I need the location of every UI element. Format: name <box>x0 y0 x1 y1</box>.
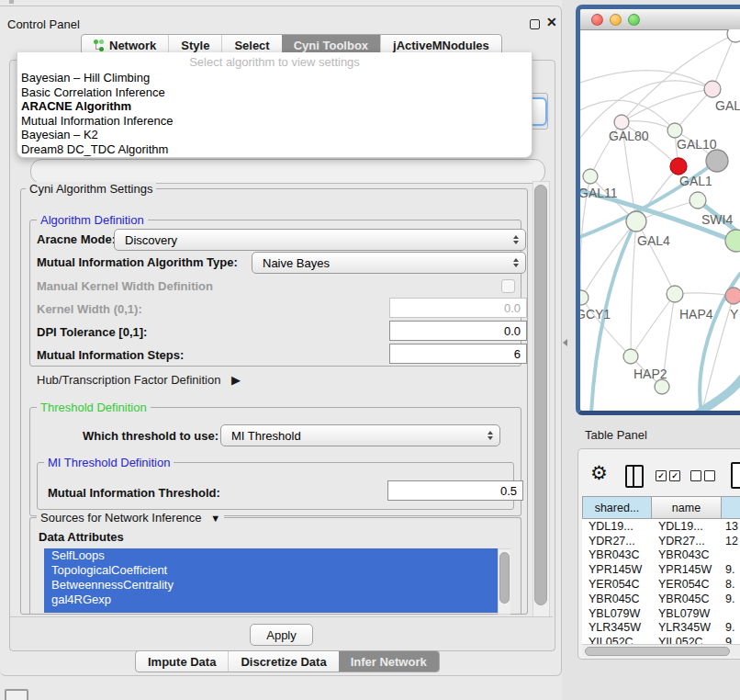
settings-scrollbar[interactable] <box>533 181 550 617</box>
column-header[interactable]: name <box>652 496 722 519</box>
mi-type-select[interactable]: Naive Bayes <box>252 252 526 274</box>
network-node[interactable] <box>690 192 706 209</box>
table-row[interactable]: YIL052CYIL052C9 <box>582 635 740 644</box>
algorithm-option[interactable]: Dream8 DC_TDC Algorithm <box>17 142 532 157</box>
data-attribute-item[interactable]: SelfLoops <box>44 548 510 563</box>
data-attributes-list[interactable]: SelfLoopsTopologicalCoefficientBetweenne… <box>44 548 510 613</box>
network-node[interactable] <box>706 150 728 172</box>
which-threshold-select[interactable]: MI Threshold <box>220 424 500 446</box>
network-node[interactable] <box>704 81 721 97</box>
gear-icon[interactable]: ⚙ <box>590 462 608 484</box>
network-node[interactable] <box>623 349 638 364</box>
hub-section-toggle[interactable]: Hub/Transcription Factor Definition ▶ <box>37 373 241 387</box>
manual-kernel-checkbox[interactable] <box>501 279 515 293</box>
table-row[interactable]: YDR27...YDR27...12 <box>582 534 740 548</box>
float-panel-icon[interactable] <box>530 19 540 29</box>
mi-threshold-field[interactable]: 0.5 <box>387 480 523 501</box>
table-cell: YPR145W <box>652 563 722 576</box>
apply-button[interactable]: Apply <box>250 624 313 646</box>
tab-label: Impute Data <box>148 655 216 669</box>
network-node-label: GAL <box>715 98 740 113</box>
network-node[interactable] <box>725 230 740 252</box>
dock-corner-icon[interactable] <box>5 689 28 700</box>
network-node-label: GAL4 <box>637 233 670 248</box>
kernel-width-field[interactable]: 0.0 <box>389 298 527 318</box>
panel-divider-handle[interactable] <box>563 339 567 346</box>
tab-label: Discretize Data <box>241 655 326 669</box>
network-node[interactable] <box>614 115 629 130</box>
network-node[interactable] <box>727 29 740 42</box>
kernel-width-label: Kernel Width (0,1): <box>37 302 142 316</box>
network-canvas[interactable]: GALGAL80GAL10GAL1GAL11SWI4GAL4GCY1HAP4YH… <box>580 29 740 411</box>
network-node[interactable] <box>655 379 669 394</box>
aracne-mode-select[interactable]: Discovery <box>114 229 526 251</box>
data-attribute-item[interactable]: gal4RGexp <box>44 593 510 607</box>
checked-checkbox-icon[interactable]: ✓ <box>669 470 680 481</box>
network-node[interactable] <box>667 123 682 138</box>
minimize-traffic-light-icon[interactable] <box>610 14 622 26</box>
table-cell: YBL079W <box>582 607 652 620</box>
network-selector-fragment[interactable] <box>30 159 545 184</box>
dpi-tolerance-field[interactable]: 0.0 <box>389 321 527 341</box>
unchecked-checkbox-icon[interactable] <box>690 470 701 481</box>
dpi-tolerance-label: DPI Tolerance [0,1]: <box>37 325 147 339</box>
algorithm-option[interactable]: Bayesian – K2 <box>17 128 532 142</box>
table-row[interactable]: YBL079WYBL079W <box>582 606 740 621</box>
spinner-arrows-icon <box>513 258 519 267</box>
algorithm-option[interactable]: Mutual Information Inference <box>17 114 532 129</box>
close-icon[interactable]: ✕ <box>546 15 557 29</box>
network-node-label: HAP4 <box>679 307 713 322</box>
apply-button-label: Apply <box>266 628 297 642</box>
table-row[interactable]: YPR145WYPR145W9. <box>582 562 740 577</box>
tab-impute-data[interactable]: Impute Data <box>136 651 228 672</box>
tab-label: Cyni Toolbox <box>294 39 368 52</box>
group-title: Cyni Algorithm Settings <box>26 182 156 196</box>
network-node[interactable] <box>580 290 589 305</box>
table-row[interactable]: YDL19...YDL19...13 <box>582 519 740 534</box>
data-attribute-item[interactable]: TopologicalCoefficient <box>44 563 510 578</box>
tab-infer-network[interactable]: Infer Network <box>339 651 439 672</box>
table-row[interactable]: YBR045CYBR045C9. <box>582 592 740 606</box>
scrollbar-thumb[interactable] <box>534 185 547 605</box>
tab-label: Select <box>234 39 269 52</box>
split-columns-icon[interactable] <box>625 465 644 488</box>
mi-steps-field[interactable]: 6 <box>389 344 527 364</box>
scrollbar-thumb[interactable] <box>499 552 510 604</box>
table-body: YDL19...YDL19...13YDR27...YDR27...12YBR0… <box>582 519 740 644</box>
table-horizontal-scrollbar[interactable] <box>582 644 740 657</box>
column-header[interactable] <box>722 496 740 519</box>
network-node[interactable] <box>670 158 687 175</box>
table-row[interactable]: YER054CYER054C8. <box>582 577 740 592</box>
dropdown-placeholder: Select algorithm to view settings <box>17 52 532 71</box>
zoom-traffic-light-icon[interactable] <box>628 14 640 26</box>
unchecked-checkbox-icon[interactable] <box>704 470 715 481</box>
checked-checkbox-icon[interactable]: ✓ <box>656 470 667 481</box>
algorithm-option[interactable]: Bayesian – Hill Climbing <box>17 71 532 85</box>
data-attribute-item[interactable]: BetweennessCentrality <box>44 578 510 593</box>
column-header[interactable]: shared... <box>582 496 652 519</box>
network-node[interactable] <box>667 286 683 302</box>
network-node[interactable] <box>725 288 740 304</box>
document-icon[interactable] <box>731 462 740 489</box>
kernel-width-value: 0.0 <box>504 301 521 315</box>
algorithm-option[interactable]: Basic Correlation Inference <box>17 85 532 100</box>
mi-type-value: Naive Bayes <box>263 256 330 270</box>
table-row[interactable]: YBR043CYBR043C <box>582 548 740 563</box>
scrollbar-thumb[interactable] <box>585 647 730 656</box>
tab-label: Style <box>181 39 209 52</box>
table-cell: YER054C <box>652 578 722 591</box>
group-title: Algorithm Definition <box>37 213 148 227</box>
network-window-titlebar[interactable] <box>580 9 740 30</box>
network-node[interactable] <box>626 211 646 231</box>
table-cell: 9 <box>722 636 732 644</box>
network-node-label: SWI4 <box>701 212 733 227</box>
tab-discretize-data[interactable]: Discretize Data <box>228 651 338 672</box>
aracne-mode-label: Aracne Mode: <box>37 232 116 246</box>
attribute-list-scrollbar[interactable] <box>498 548 510 615</box>
table-cell: YBR045C <box>652 593 722 605</box>
algorithm-option[interactable]: ARACNE Algorithm <box>17 99 532 114</box>
network-node[interactable] <box>583 169 598 184</box>
table-row[interactable]: YLR345WYLR345W9. <box>582 621 740 636</box>
close-traffic-light-icon[interactable] <box>591 14 603 26</box>
sources-group-toggle[interactable]: Sources for Network Inference ▼ <box>37 511 224 525</box>
